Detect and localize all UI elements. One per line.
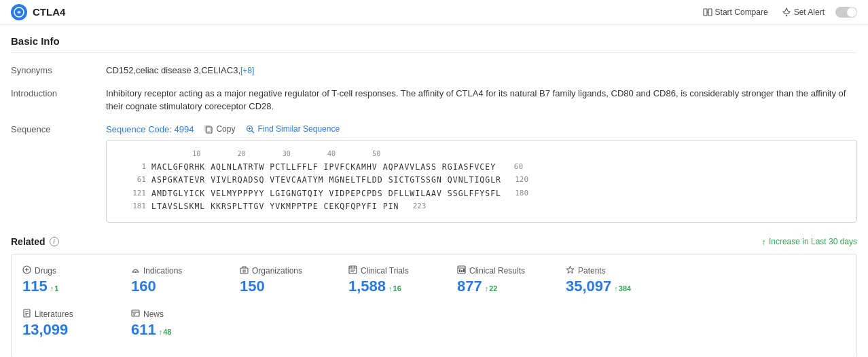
svg-rect-5	[206, 127, 212, 133]
stat-label: News	[131, 309, 226, 320]
seq-num-right: 120	[501, 174, 528, 186]
stat-delta: ↑22	[485, 284, 498, 293]
find-similar-icon	[246, 125, 255, 134]
sequence-value: Sequence Code: 4994 Copy Find S	[106, 123, 857, 223]
stat-value: 877 ↑22	[457, 278, 552, 295]
sequence-line: 121 AMDTGLYICK VELMYPPPYY LGIGNGTQIY VID…	[117, 188, 846, 200]
lit-icon	[22, 309, 31, 320]
seq-num-right: 223	[399, 201, 427, 212]
header-left: CTLA4	[11, 4, 65, 20]
svg-rect-1	[704, 9, 707, 16]
header-right: Start Compare Set Alert	[700, 6, 857, 18]
stat-item[interactable]: Indications 160	[131, 263, 240, 298]
stats-container: Drugs 115 ↑1 Indications 160 Organizatio…	[11, 254, 857, 357]
stat-label: Clinical Results	[457, 265, 552, 276]
seq-body: ASPGKATEVR VIVLRQADSQ VTEVCAATYM MGNELTF…	[151, 174, 501, 186]
stat-delta: ↑48	[159, 328, 172, 336]
svg-rect-2	[708, 9, 712, 16]
introduction-value: Inhibitory receptor acting as a major ne…	[106, 87, 857, 113]
stats-row-1: Drugs 115 ↑1 Indications 160 Organizatio…	[22, 263, 846, 306]
stat-item[interactable]: Patents 35,097 ↑384	[566, 263, 674, 298]
seq-body: MACLGFQRHK AQLNLATRTW PCTLLFFLF IPVFCKAM…	[151, 162, 496, 173]
set-alert-button[interactable]: Set Alert	[779, 6, 827, 18]
synonyms-value: CD152,celiac disease 3,CELIAC3,[+8]	[106, 64, 857, 77]
sequence-line: 61 ASPGKATEVR VIVLRQADSQ VTEVCAATYM MGNE…	[117, 174, 846, 186]
seq-body: LTAVSLSKML KKRSPLTTGV YVKMPPTPE CEKQFQPY…	[151, 201, 399, 212]
sequence-box: 10 20 30 40 50 1 MACLGFQRHK AQLNLATRTW P…	[106, 140, 857, 223]
seq-body: AMDTGLYICK VELMYPPPYY LGIGNGTQIY VIDPEPC…	[151, 188, 501, 200]
alert-icon	[782, 7, 791, 17]
seq-num-left: 1	[117, 162, 151, 173]
start-compare-button[interactable]: Start Compare	[700, 6, 771, 18]
org-icon	[240, 265, 249, 276]
stat-value: 611 ↑48	[131, 321, 226, 339]
seq-num-left: 61	[117, 174, 151, 186]
trial-icon	[348, 265, 357, 276]
stat-value: 150	[240, 278, 335, 295]
svg-rect-11	[240, 268, 248, 274]
stat-item[interactable]: Literatures 13,099	[22, 306, 131, 341]
toggle-knob	[847, 7, 856, 17]
arrow-up-icon: ↑	[50, 284, 54, 293]
sequence-lines: 1 MACLGFQRHK AQLNLATRTW PCTLLFFLF IPVFCK…	[117, 162, 846, 212]
stat-item[interactable]: News 611 ↑48	[131, 306, 240, 341]
stat-value: 160	[131, 278, 226, 295]
related-header: Related i ↑ Increase in Last 30 days	[11, 236, 857, 247]
related-title: Related i	[11, 236, 59, 247]
seq-num-right: 60	[496, 162, 523, 173]
stat-value: 13,099	[22, 321, 117, 339]
stat-value: 115 ↑1	[22, 278, 117, 295]
stat-item[interactable]: Clinical Results 877 ↑22	[457, 263, 566, 298]
synonyms-more-link[interactable]: [+8]	[240, 66, 254, 75]
stat-item[interactable]: Drugs 115 ↑1	[22, 263, 131, 298]
increase-label: ↑ Increase in Last 30 days	[761, 237, 857, 247]
seq-num-right: 180	[501, 188, 528, 200]
news-icon	[131, 309, 140, 320]
synonyms-label: Synonyms	[11, 64, 106, 75]
stat-delta: ↑16	[388, 284, 401, 293]
sequence-ruler: 10 20 30 40 50	[117, 149, 846, 159]
alert-toggle[interactable]	[835, 7, 857, 18]
related-info-icon[interactable]: i	[50, 237, 59, 246]
basic-info-section-title: Basic Info	[11, 35, 857, 53]
stat-label: Indications	[131, 265, 226, 276]
result-icon	[457, 265, 466, 276]
sequence-code-link[interactable]: Sequence Code: 4994	[106, 123, 194, 136]
seq-num-left: 181	[117, 201, 151, 212]
svg-rect-20	[461, 270, 463, 272]
header: CTLA4 Start Compare Set Alert	[0, 0, 868, 24]
stats-row-2: Literatures 13,099 News 611 ↑48	[22, 306, 846, 350]
stat-delta: ↑1	[50, 284, 59, 293]
arrow-up-icon: ↑	[159, 328, 163, 336]
sequence-label: Sequence	[11, 123, 106, 134]
indication-icon	[131, 265, 140, 276]
arrow-up-icon: ↑	[761, 237, 766, 247]
sequence-line: 181 LTAVSLSKML KKRSPLTTGV YVKMPPTPE CEKQ…	[117, 201, 846, 212]
stat-item[interactable]: Organizations 150	[240, 263, 348, 298]
copy-button[interactable]: Copy	[204, 123, 235, 135]
svg-point-10	[135, 271, 137, 273]
page-title: CTLA4	[33, 6, 65, 18]
stat-delta: ↑384	[614, 284, 631, 293]
stat-label: Patents	[566, 265, 661, 276]
stat-label: Clinical Trials	[348, 265, 444, 276]
svg-rect-19	[459, 269, 460, 272]
sequence-row: Sequence Sequence Code: 4994 Copy	[11, 123, 857, 223]
arrow-up-icon: ↑	[485, 284, 489, 293]
introduction-row: Introduction Inhibitory receptor acting …	[11, 87, 857, 113]
stat-label: Organizations	[240, 265, 335, 276]
find-similar-button[interactable]: Find Similar Sequence	[246, 123, 340, 135]
svg-rect-21	[463, 269, 465, 272]
introduction-label: Introduction	[11, 87, 106, 98]
stat-item[interactable]: Clinical Trials 1,588 ↑16	[348, 263, 457, 298]
synonyms-row: Synonyms CD152,celiac disease 3,CELIAC3,…	[11, 64, 857, 77]
stat-label: Literatures	[22, 309, 117, 320]
copy-icon	[204, 125, 213, 134]
svg-point-4	[785, 14, 786, 16]
sequence-header: Sequence Code: 4994 Copy Find S	[106, 123, 857, 136]
sequence-line: 1 MACLGFQRHK AQLNLATRTW PCTLLFFLF IPVFCK…	[117, 162, 846, 173]
patent-icon	[566, 265, 575, 276]
compare-icon	[703, 7, 712, 17]
seq-num-left: 121	[117, 188, 151, 200]
main-content: Basic Info Synonyms CD152,celiac disease…	[0, 24, 868, 357]
